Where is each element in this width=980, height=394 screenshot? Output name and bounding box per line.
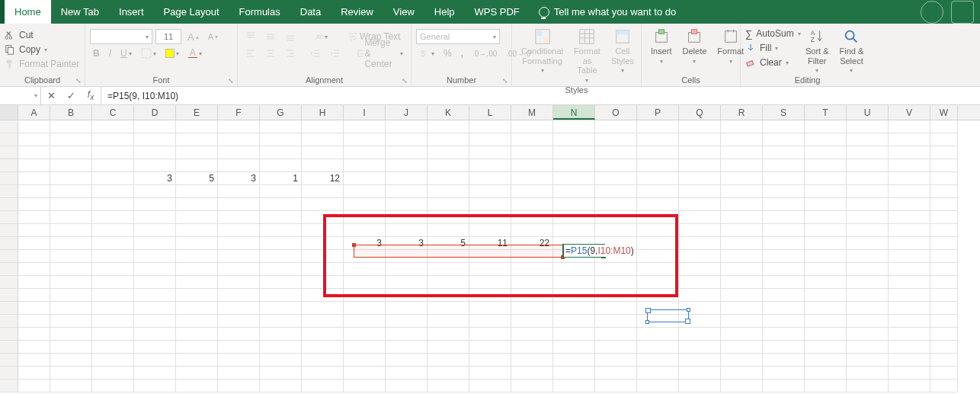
fx-button[interactable]: fx bbox=[81, 89, 101, 101]
cell[interactable] bbox=[428, 198, 469, 211]
cell[interactable] bbox=[511, 159, 553, 172]
cell[interactable] bbox=[679, 250, 721, 263]
cell[interactable] bbox=[260, 328, 302, 341]
cell[interactable] bbox=[679, 224, 721, 237]
cell[interactable] bbox=[805, 380, 847, 392]
cell[interactable] bbox=[176, 315, 218, 328]
col-header[interactable]: K bbox=[428, 105, 469, 120]
cell[interactable] bbox=[553, 133, 595, 146]
cell[interactable] bbox=[18, 341, 50, 354]
cell[interactable] bbox=[679, 328, 721, 341]
cell[interactable] bbox=[805, 159, 847, 172]
cell[interactable] bbox=[176, 237, 218, 250]
cell[interactable] bbox=[637, 380, 679, 392]
cell[interactable] bbox=[805, 315, 847, 328]
cell[interactable] bbox=[428, 120, 469, 133]
cell[interactable] bbox=[763, 237, 805, 250]
cell[interactable] bbox=[302, 341, 344, 354]
cell[interactable] bbox=[847, 302, 889, 315]
cell[interactable] bbox=[847, 367, 889, 380]
cell[interactable] bbox=[218, 159, 260, 172]
cell[interactable] bbox=[134, 146, 176, 159]
cell[interactable] bbox=[218, 146, 260, 159]
cell[interactable] bbox=[428, 367, 469, 380]
cell[interactable] bbox=[260, 263, 302, 276]
cell[interactable] bbox=[218, 315, 260, 328]
col-header[interactable]: I bbox=[344, 105, 386, 120]
cell[interactable] bbox=[18, 328, 50, 341]
cell[interactable] bbox=[386, 315, 428, 328]
cell[interactable] bbox=[763, 289, 805, 302]
cell[interactable] bbox=[595, 328, 637, 341]
cell[interactable] bbox=[847, 211, 889, 224]
cell[interactable] bbox=[847, 159, 889, 172]
cell[interactable] bbox=[302, 380, 344, 392]
cell[interactable] bbox=[847, 224, 889, 237]
col-header[interactable]: F bbox=[218, 105, 260, 120]
cell[interactable] bbox=[847, 237, 889, 250]
cell[interactable] bbox=[50, 302, 92, 315]
col-header[interactable]: T bbox=[805, 105, 847, 120]
col-header[interactable]: A bbox=[18, 105, 50, 120]
tab-review[interactable]: Review bbox=[331, 0, 383, 24]
cell[interactable] bbox=[679, 263, 721, 276]
cell[interactable] bbox=[679, 185, 721, 198]
cell[interactable] bbox=[176, 302, 218, 315]
tab-insert[interactable]: Insert bbox=[109, 0, 154, 24]
cell[interactable] bbox=[386, 198, 428, 211]
cell[interactable] bbox=[930, 237, 958, 250]
cell[interactable] bbox=[218, 380, 260, 392]
tab-new[interactable]: New Tab bbox=[51, 0, 109, 24]
tab-formulas[interactable]: Formulas bbox=[229, 0, 290, 24]
cell[interactable] bbox=[428, 159, 469, 172]
cell[interactable] bbox=[889, 354, 930, 367]
align-center-button[interactable] bbox=[262, 46, 279, 60]
cell[interactable] bbox=[721, 289, 763, 302]
cell-styles-button[interactable]: Cell Styles▾ bbox=[607, 27, 639, 84]
cell[interactable] bbox=[805, 354, 847, 367]
cell[interactable] bbox=[679, 120, 721, 133]
col-header[interactable]: J bbox=[386, 105, 428, 120]
cell[interactable] bbox=[553, 328, 595, 341]
tab-pagelayout[interactable]: Page Layout bbox=[154, 0, 229, 24]
cell[interactable] bbox=[218, 354, 260, 367]
cell[interactable] bbox=[134, 159, 176, 172]
cell[interactable] bbox=[386, 133, 428, 146]
cell[interactable] bbox=[218, 367, 260, 380]
cell[interactable] bbox=[302, 185, 344, 198]
cell[interactable] bbox=[679, 354, 721, 367]
cell[interactable] bbox=[260, 354, 302, 367]
cell[interactable] bbox=[805, 146, 847, 159]
cell[interactable] bbox=[679, 198, 721, 211]
cell[interactable] bbox=[763, 380, 805, 392]
cell[interactable] bbox=[386, 185, 428, 198]
cell[interactable] bbox=[260, 224, 302, 237]
cell[interactable] bbox=[805, 133, 847, 146]
cell[interactable] bbox=[134, 302, 176, 315]
cell[interactable] bbox=[260, 133, 302, 146]
cell[interactable] bbox=[218, 224, 260, 237]
cell[interactable] bbox=[805, 263, 847, 276]
tab-data[interactable]: Data bbox=[290, 0, 331, 24]
align-middle-button[interactable] bbox=[262, 30, 279, 43]
cell[interactable] bbox=[889, 159, 930, 172]
cell[interactable] bbox=[637, 185, 679, 198]
cell[interactable] bbox=[344, 120, 386, 133]
cell[interactable] bbox=[889, 133, 930, 146]
cell[interactable] bbox=[218, 289, 260, 302]
cell[interactable] bbox=[469, 185, 511, 198]
cell[interactable] bbox=[92, 159, 134, 172]
cell[interactable] bbox=[595, 354, 637, 367]
cell[interactable]: 3 bbox=[218, 172, 260, 185]
cell[interactable] bbox=[92, 224, 134, 237]
cell[interactable] bbox=[134, 250, 176, 263]
cell[interactable] bbox=[930, 224, 958, 237]
cell[interactable] bbox=[18, 159, 50, 172]
account-icon[interactable] bbox=[921, 1, 943, 24]
cell[interactable] bbox=[889, 328, 930, 341]
cell[interactable] bbox=[50, 185, 92, 198]
insert-cells-button[interactable]: Insert▾ bbox=[646, 27, 677, 65]
cell[interactable] bbox=[302, 302, 344, 315]
cell[interactable] bbox=[92, 211, 134, 224]
align-bottom-button[interactable] bbox=[282, 30, 299, 43]
